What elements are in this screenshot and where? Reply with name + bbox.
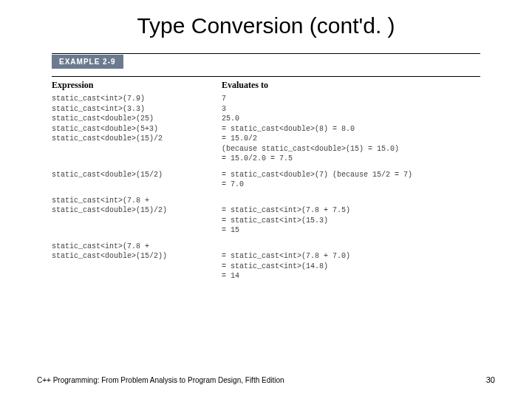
table-row: static_cast<double>(15)/2= 15.0/2 <box>52 134 480 144</box>
expression-cell: static_cast<double>(15/2)) <box>52 251 222 262</box>
table-row: (because static_cast<double>(15) = 15.0) <box>52 144 480 154</box>
table-row: = 15 <box>52 225 480 236</box>
table-row: static_cast<int>(7.9)7 <box>52 94 480 104</box>
table-row: = 7.0 <box>52 180 480 190</box>
expression-cell: static_cast<double>(15)/2 <box>52 134 222 144</box>
header-evaluates: Evaluates to <box>222 80 480 91</box>
table-row: = static_cast<int>(14.8) <box>52 262 480 272</box>
page-number: 30 <box>486 375 495 384</box>
expression-cell <box>52 144 222 154</box>
expression-cell <box>52 180 222 190</box>
evaluates-cell: = static_cast<int>(14.8) <box>222 262 480 272</box>
table-row: static_cast<double>(15/2)= static_cast<d… <box>52 170 480 180</box>
expression-cell <box>52 271 222 282</box>
expression-cell <box>52 262 222 272</box>
evaluates-cell: 7 <box>222 94 480 104</box>
table-row: static_cast<double>(25)25.0 <box>52 114 480 124</box>
evaluates-cell: = static_cast<int>(7.8 + 7.0) <box>222 251 480 262</box>
evaluates-cell: 3 <box>222 104 480 115</box>
table-row: static_cast<int>(7.8 + <box>52 242 480 252</box>
table-row: static_cast<double>(15)/2)= static_cast<… <box>52 205 480 216</box>
evaluates-cell: 25.0 <box>222 114 480 124</box>
table-row: static_cast<double>(5+3)= static_cast<do… <box>52 124 480 134</box>
evaluates-cell: = 7.0 <box>222 180 480 190</box>
expression-cell <box>52 225 222 236</box>
footer-text: C++ Programming: From Problem Analysis t… <box>37 376 284 384</box>
table-body: static_cast<int>(7.9)7static_cast<int>(3… <box>52 94 480 282</box>
mid-rule <box>52 76 480 77</box>
expression-cell: static_cast<double>(15)/2) <box>52 205 222 216</box>
expression-cell: static_cast<double>(25) <box>52 114 222 124</box>
table-row: = 14 <box>52 271 480 282</box>
evaluates-cell: = 15.0/2 <box>222 134 480 144</box>
evaluates-cell: (because static_cast<double>(15) = 15.0) <box>222 144 480 154</box>
evaluates-cell: = static_cast<double>(8) = 8.0 <box>222 124 480 134</box>
table-row: = 15.0/2.0 = 7.5 <box>52 154 480 164</box>
expression-cell: static_cast<double>(5+3) <box>52 124 222 134</box>
evaluates-cell: = 15 <box>222 225 480 236</box>
expression-cell <box>52 216 222 226</box>
expression-cell <box>52 154 222 164</box>
table-row: static_cast<int>(7.8 + <box>52 196 480 206</box>
evaluates-cell: = static_cast<double>(7) (because 15/2 =… <box>222 170 480 180</box>
evaluates-cell: = static_cast<int>(15.3) <box>222 216 480 226</box>
expression-cell: static_cast<int>(7.9) <box>52 94 222 104</box>
example-label: EXAMPLE 2-9 <box>52 55 123 69</box>
table-row: static_cast<int>(3.3)3 <box>52 104 480 115</box>
evaluates-cell <box>222 196 480 206</box>
header-expression: Expression <box>52 80 222 91</box>
expression-cell: static_cast<double>(15/2) <box>52 170 222 180</box>
example-figure: EXAMPLE 2-9 Expression Evaluates to stat… <box>52 53 480 282</box>
evaluates-cell: = 15.0/2.0 = 7.5 <box>222 154 480 164</box>
evaluates-cell: = 14 <box>222 271 480 282</box>
expression-cell: static_cast<int>(7.8 + <box>52 242 222 252</box>
expression-cell: static_cast<int>(3.3) <box>52 104 222 115</box>
table-row: static_cast<double>(15/2))= static_cast<… <box>52 251 480 262</box>
table-header: Expression Evaluates to <box>52 80 480 91</box>
top-rule <box>52 53 480 54</box>
evaluates-cell: = static_cast<int>(7.8 + 7.5) <box>222 205 480 216</box>
slide-title: Type Conversion (cont'd. ) <box>37 13 495 38</box>
expression-cell: static_cast<int>(7.8 + <box>52 196 222 206</box>
table-row: = static_cast<int>(15.3) <box>52 216 480 226</box>
evaluates-cell <box>222 242 480 252</box>
